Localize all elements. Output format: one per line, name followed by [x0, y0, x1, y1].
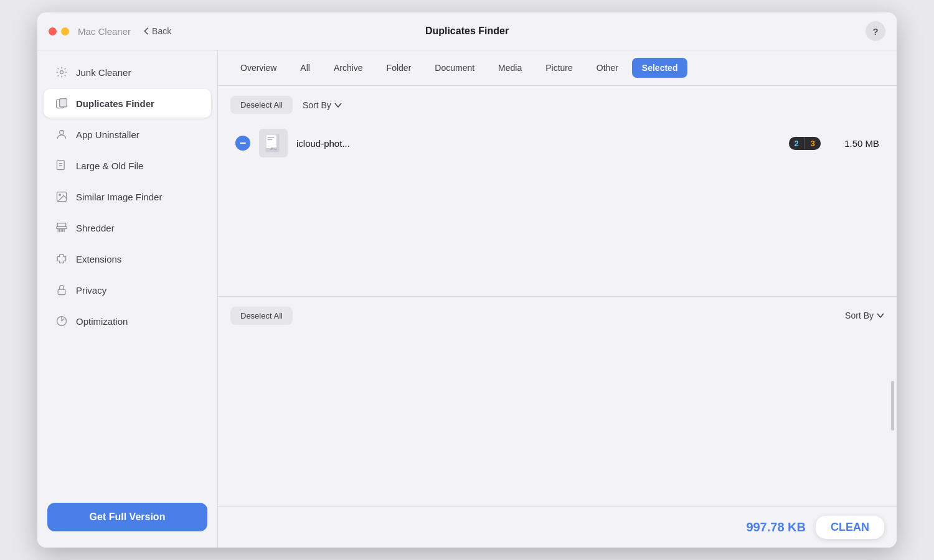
sidebar-item-app-uninstaller[interactable]: App Uninstaller [44, 120, 211, 149]
file-icon [55, 159, 68, 172]
tab-other[interactable]: Other [587, 58, 628, 78]
sidebar: Junk Cleaner Duplicates Finder App Unins… [37, 50, 218, 548]
optimization-icon [55, 314, 68, 328]
window-title: Duplicates Finder [425, 26, 509, 37]
svg-rect-18 [267, 137, 274, 138]
svg-rect-4 [57, 161, 65, 170]
sidebar-item-large-old-file[interactable]: Large & Old File [44, 151, 211, 180]
tab-folder[interactable]: Folder [377, 58, 422, 78]
traffic-lights [49, 27, 69, 35]
bottom-panel: Deselect All Sort By [218, 296, 897, 507]
sidebar-label: Junk Cleaner [76, 67, 131, 78]
svg-point-8 [59, 194, 61, 196]
gear-circle-icon [55, 65, 68, 79]
app-name: Mac Cleaner [78, 26, 131, 37]
sidebar-label: Privacy [76, 285, 106, 296]
file-size: 1.50 MB [829, 138, 879, 149]
deselect-item-button[interactable] [235, 136, 250, 151]
puzzle-icon [55, 252, 68, 266]
chevron-down-icon [334, 103, 342, 108]
deselect-all-button-bottom[interactable]: Deselect All [230, 307, 293, 325]
tab-picture[interactable]: Picture [535, 58, 583, 78]
svg-rect-2 [60, 99, 67, 107]
top-panel-toolbar: Deselect All Sort By [230, 96, 884, 114]
file-thumbnail: JPG [259, 129, 288, 157]
sidebar-label: Duplicates Finder [76, 98, 154, 109]
help-button[interactable]: ? [866, 21, 885, 41]
clean-button-container: CLEAN [816, 516, 884, 539]
content-area: Overview All Archive Folder Document Med… [218, 50, 897, 548]
svg-point-0 [60, 71, 64, 74]
tab-overview[interactable]: Overview [230, 58, 286, 78]
tab-all[interactable]: All [290, 58, 320, 78]
sidebar-item-shredder[interactable]: Shredder [44, 213, 211, 242]
svg-point-3 [60, 130, 64, 134]
sidebar-label: Optimization [76, 316, 128, 327]
svg-rect-11 [58, 289, 65, 294]
badge-total-count: 3 [805, 137, 821, 150]
total-size: 997.78 KB [746, 520, 806, 534]
sidebar-item-extensions[interactable]: Extensions [44, 245, 211, 273]
tab-archive[interactable]: Archive [324, 58, 373, 78]
get-full-version-button[interactable]: Get Full Version [47, 503, 207, 531]
file-preview-icon: JPG [263, 133, 283, 153]
tab-selected[interactable]: Selected [632, 58, 688, 78]
sidebar-item-duplicates-finder[interactable]: Duplicates Finder [44, 89, 211, 118]
sidebar-item-privacy[interactable]: Privacy [44, 276, 211, 304]
sidebar-item-similar-image-finder[interactable]: Similar Image Finder [44, 182, 211, 211]
shredder-icon [55, 221, 68, 235]
file-item[interactable]: JPG icloud-phot... 2 3 1.50 MB [230, 123, 884, 164]
sidebar-label: App Uninstaller [76, 129, 139, 140]
sidebar-item-junk-cleaner[interactable]: Junk Cleaner [44, 58, 211, 86]
bottom-bar: 997.78 KB CLEAN [218, 506, 897, 548]
image-icon [55, 190, 68, 203]
tab-bar: Overview All Archive Folder Document Med… [218, 50, 897, 86]
top-panel: Deselect All Sort By [218, 86, 897, 296]
title-bar: Mac Cleaner Back Duplicates Finder ? [37, 12, 897, 50]
panels-container: Deselect All Sort By [218, 86, 897, 506]
sidebar-label: Shredder [76, 223, 115, 233]
sidebar-label: Large & Old File [76, 161, 143, 171]
duplicate-icon [55, 96, 68, 110]
sidebar-label: Similar Image Finder [76, 192, 162, 202]
minimize-button[interactable] [61, 27, 69, 35]
svg-rect-17 [267, 135, 276, 148]
close-button[interactable] [49, 27, 57, 35]
badge-selected-count: 2 [789, 137, 804, 150]
back-button[interactable]: Back [143, 26, 171, 36]
person-icon [55, 128, 68, 141]
sidebar-bottom: Get Full Version [37, 493, 217, 541]
tab-media[interactable]: Media [488, 58, 532, 78]
sidebar-label: Extensions [76, 254, 121, 264]
clean-button[interactable]: CLEAN [831, 521, 869, 534]
file-name: icloud-phot... [296, 138, 775, 149]
main-layout: Junk Cleaner Duplicates Finder App Unins… [37, 50, 897, 548]
svg-rect-10 [57, 223, 65, 227]
sort-by-button-top[interactable]: Sort By [303, 100, 342, 110]
file-badges: 2 3 [789, 137, 821, 150]
sidebar-item-optimization[interactable]: Optimization [44, 307, 211, 335]
deselect-all-button-top[interactable]: Deselect All [230, 96, 293, 114]
tab-document[interactable]: Document [425, 58, 484, 78]
app-window: Mac Cleaner Back Duplicates Finder ? Jun… [37, 12, 897, 548]
lock-icon [55, 283, 68, 297]
chevron-down-icon [877, 313, 884, 318]
bottom-panel-toolbar: Deselect All Sort By [230, 307, 884, 325]
scroll-indicator [891, 381, 894, 431]
sort-by-button-bottom[interactable]: Sort By [845, 310, 884, 320]
chevron-left-icon [143, 27, 149, 35]
svg-text:JPG: JPG [270, 147, 277, 151]
svg-rect-19 [267, 139, 272, 141]
